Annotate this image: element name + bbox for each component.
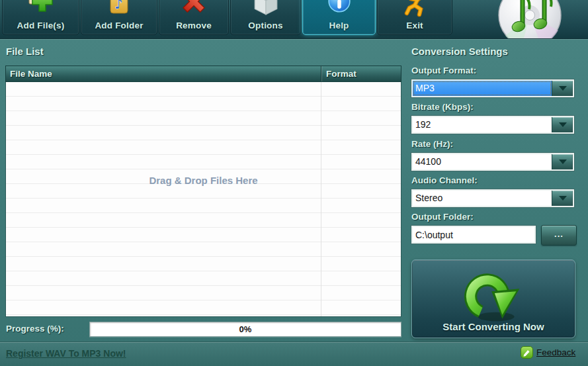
bitrate-value: 192 — [413, 117, 552, 132]
chevron-down-icon — [559, 86, 567, 91]
remove-button[interactable]: Remove — [159, 0, 229, 35]
output-format-dropdown-button[interactable] — [552, 81, 573, 96]
remove-label: Remove — [176, 21, 212, 30]
add-file-icon — [27, 0, 55, 17]
progress-bar: 0% — [89, 322, 401, 337]
add-folder-icon: ♪ — [106, 0, 132, 17]
remove-icon — [181, 0, 207, 16]
help-label: Help — [329, 21, 349, 30]
file-list-header: File Name Format — [5, 66, 401, 82]
output-format-select[interactable]: MP3 — [411, 79, 574, 97]
add-files-label: Add File(s) — [17, 21, 65, 30]
toolbar-divider — [0, 39, 588, 40]
column-separator — [321, 82, 321, 316]
rate-dropdown-button[interactable] — [552, 154, 573, 169]
options-label: Options — [248, 21, 282, 30]
exit-label: Exit — [406, 21, 423, 30]
column-header-file-name[interactable]: File Name — [6, 66, 321, 81]
browse-folder-button[interactable]: ... — [541, 225, 577, 246]
add-folder-button[interactable]: ♪ Add Folder — [81, 0, 157, 35]
file-list-title: File List — [6, 46, 44, 57]
green-curved-arrow-icon — [462, 263, 525, 324]
register-link[interactable]: Register WAV To MP3 Now! — [6, 348, 126, 359]
progress-label: Progress (%): — [6, 324, 64, 334]
exit-button[interactable]: Exit — [377, 0, 452, 35]
bitrate-label: Bitrate (Kbps): — [411, 102, 474, 112]
bitrate-select[interactable]: 192 — [411, 116, 574, 134]
feedback-text: Feedback — [536, 347, 575, 357]
start-converting-button[interactable]: Start Converting Now — [411, 259, 575, 338]
bitrate-dropdown-button[interactable] — [552, 117, 573, 132]
add-files-button[interactable]: Add File(s) — [2, 0, 79, 35]
rate-label: Rate (Hz): — [411, 139, 453, 149]
chevron-down-icon — [559, 196, 567, 201]
chevron-down-icon — [559, 160, 567, 164]
exit-running-man-icon — [403, 0, 427, 17]
cd-music-notes-logo — [491, 0, 571, 39]
rate-select[interactable]: 44100 — [411, 153, 574, 171]
wav-to-mp3-converter-window: Add File(s) ♪ Add Folder — [0, 0, 588, 366]
audio-channel-dropdown-button[interactable] — [552, 191, 573, 206]
conversion-settings-title: Conversion Settings — [411, 46, 508, 57]
progress-percent-text: 0% — [90, 322, 401, 336]
toolbar: Add File(s) ♪ Add Folder — [0, 0, 588, 39]
file-list-table: File Name Format Drag & Drop Files Here — [5, 66, 401, 317]
options-cube-icon — [253, 0, 278, 16]
options-button[interactable]: Options — [230, 0, 301, 35]
output-folder-label: Output Folder: — [411, 212, 474, 222]
rate-value: 44100 — [413, 154, 552, 169]
output-format-value: MP3 — [413, 81, 552, 96]
help-button[interactable]: Help — [302, 0, 376, 35]
chevron-down-icon — [559, 122, 567, 127]
column-header-format[interactable]: Format — [321, 66, 401, 81]
audio-channel-select[interactable]: Stereo — [411, 189, 574, 207]
help-info-icon — [327, 0, 352, 15]
svg-text:♪: ♪ — [114, 0, 123, 12]
feedback-icon — [521, 346, 533, 359]
file-drop-area[interactable]: Drag & Drop Files Here — [5, 82, 401, 317]
audio-channel-label: Audio Channel: — [411, 175, 478, 185]
drag-drop-hint: Drag & Drop Files Here — [6, 175, 401, 186]
audio-channel-value: Stereo — [413, 191, 552, 206]
output-format-label: Output Format: — [411, 66, 476, 75]
feedback-link[interactable]: Feedback — [521, 346, 575, 359]
output-folder-input[interactable] — [411, 226, 536, 244]
add-folder-label: Add Folder — [95, 21, 143, 30]
